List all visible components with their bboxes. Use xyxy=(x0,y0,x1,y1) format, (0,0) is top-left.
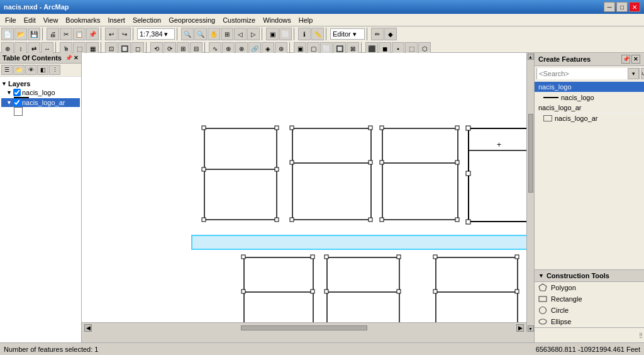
toc-checkbox-nacis[interactable] xyxy=(13,89,21,96)
next-extent-btn[interactable]: ▷ xyxy=(247,28,260,40)
cf-pin-btn[interactable]: 📌 xyxy=(621,55,630,64)
sep5 xyxy=(262,28,264,40)
cf-layer-nacis-logo-ar-sub[interactable]: nacis_logo_ar xyxy=(535,113,644,123)
ct-polygon-item[interactable]: Polygon xyxy=(535,282,644,293)
map-svg: + xyxy=(82,53,534,332)
editor-dropdown[interactable]: Editor ▾ xyxy=(330,28,365,40)
toolbar-area: 📄 📂 💾 🖨 ✂ 📋 📌 ↩ ↪ 1:7,384 ▾ 🔍 🔍 ✋ ⊞ ◁ ▷ … xyxy=(0,26,644,53)
ct-ellipse-item[interactable]: Ellipse xyxy=(535,316,644,327)
ct-circle-item[interactable]: Circle xyxy=(535,305,644,316)
svg-rect-0 xyxy=(204,128,277,220)
toc-layer-nacis-ar-label: nacis_logo_ar xyxy=(22,99,65,106)
minimize-button[interactable]: ─ xyxy=(604,2,615,12)
horizontal-scrollbar[interactable]: ◀ ▶ xyxy=(82,322,526,332)
cf-layer-nacis-logo-ar[interactable]: nacis_logo_ar xyxy=(535,103,644,113)
scroll-left-btn[interactable]: ◀ xyxy=(84,324,92,332)
vertical-scrollbar[interactable]: ▲ ▼ xyxy=(526,53,534,332)
undo-btn[interactable]: ↩ xyxy=(105,28,118,40)
cf-close-btn[interactable]: ✕ xyxy=(631,55,640,64)
toc-layers-group: ▼ Layers ▼ nacis_logo ▼ nacis_logo_ar xyxy=(1,79,80,116)
sketch-btn[interactable]: ✏ xyxy=(371,28,384,40)
svg-rect-12 xyxy=(290,218,294,222)
close-button[interactable]: ✕ xyxy=(629,2,640,12)
toc-list-btn[interactable]: ☰ xyxy=(1,65,13,75)
new-btn[interactable]: 📄 xyxy=(1,28,14,40)
scroll-right-btn[interactable]: ▶ xyxy=(516,324,524,332)
redo-btn[interactable]: ↪ xyxy=(118,28,131,40)
scroll-track-h[interactable] xyxy=(94,325,514,330)
menu-file[interactable]: File xyxy=(1,15,20,25)
menu-customize[interactable]: Customize xyxy=(219,15,259,25)
toc-checkbox-nacis-ar[interactable] xyxy=(13,99,21,106)
menu-bookmarks[interactable]: Bookmarks xyxy=(62,15,104,25)
svg-rect-6 xyxy=(202,167,206,171)
map-area[interactable]: + xyxy=(82,53,534,342)
toc-options-btn[interactable]: ⋮ xyxy=(49,65,60,75)
menu-geoprocessing[interactable]: Geoprocessing xyxy=(165,15,219,25)
ct-resize-handle[interactable]: ⣿ xyxy=(535,327,644,342)
ct-expand-icon[interactable]: ▼ xyxy=(538,273,544,279)
toc-expand-nacis-ar[interactable]: ▼ xyxy=(6,99,12,106)
cf-refresh-btn[interactable]: ↺ xyxy=(641,68,644,79)
window-controls: ─ □ ✕ xyxy=(604,2,640,12)
toc-visibility-btn[interactable]: 👁 xyxy=(25,65,36,75)
scroll-thumb-v[interactable] xyxy=(528,114,533,193)
clear-select-btn[interactable]: ⬜ xyxy=(279,28,292,40)
svg-rect-18 xyxy=(380,126,384,130)
ct-rectangle-item[interactable]: Rectangle xyxy=(535,293,644,305)
toc-selection-btn[interactable]: ◧ xyxy=(37,65,48,75)
measure-btn[interactable]: 📏 xyxy=(311,28,324,40)
copy-btn[interactable]: 📋 xyxy=(73,28,86,40)
menu-help[interactable]: Help xyxy=(295,15,317,25)
cursor-crosshair: + xyxy=(497,140,501,149)
zoom-in-btn[interactable]: 🔍 xyxy=(181,28,194,40)
toc-expand-nacis[interactable]: ▼ xyxy=(6,89,12,96)
toc-layer-nacis-logo-ar[interactable]: ▼ nacis_logo_ar xyxy=(1,98,80,107)
scroll-track-v[interactable] xyxy=(528,61,533,324)
zoom-value[interactable]: 1:7,384 ▾ xyxy=(137,28,175,40)
svg-marker-57 xyxy=(539,284,547,291)
zoom-out-btn[interactable]: 🔍 xyxy=(194,28,207,40)
maximize-button[interactable]: □ xyxy=(616,2,628,12)
scroll-down-btn[interactable]: ▼ xyxy=(528,325,534,332)
menu-view[interactable]: View xyxy=(40,15,62,25)
scroll-thumb-h[interactable] xyxy=(241,325,367,330)
identify-btn[interactable]: ℹ xyxy=(298,28,311,40)
full-extent-btn[interactable]: ⊞ xyxy=(221,28,233,40)
svg-rect-2 xyxy=(202,126,206,130)
svg-rect-26 xyxy=(466,126,470,130)
toc-layer-nacis-logo[interactable]: ▼ nacis_logo xyxy=(1,88,80,97)
svg-rect-56 xyxy=(515,290,519,293)
create-features-panel: Create Features 📌 ✕ ▾ ↺ ⋮ nacis_logo nac… xyxy=(534,53,644,342)
menu-windows[interactable]: Windows xyxy=(259,15,295,25)
cf-search-go-btn[interactable]: ▾ xyxy=(628,68,639,79)
toc-source-btn[interactable]: 📁 xyxy=(13,65,25,75)
print-btn[interactable]: 🖨 xyxy=(47,28,59,40)
open-btn[interactable]: 📂 xyxy=(14,28,27,40)
ct-circle-label: Circle xyxy=(551,307,569,314)
cf-search-container: ▾ xyxy=(536,68,640,79)
cut-btn[interactable]: ✂ xyxy=(60,28,72,40)
cf-search-input[interactable] xyxy=(537,68,628,79)
svg-rect-55 xyxy=(433,290,437,293)
svg-rect-39 xyxy=(242,290,245,293)
menu-edit[interactable]: Edit xyxy=(20,15,40,25)
circle-icon xyxy=(538,306,547,315)
toc-pin-btn[interactable]: 📌 xyxy=(65,55,72,61)
svg-rect-23 xyxy=(455,161,459,164)
pan-btn[interactable]: ✋ xyxy=(208,28,220,40)
scroll-up-btn[interactable]: ▲ xyxy=(528,54,534,60)
select-btn[interactable]: ▣ xyxy=(266,28,279,40)
menu-insert[interactable]: Insert xyxy=(104,15,129,25)
prev-extent-btn[interactable]: ◁ xyxy=(234,28,247,40)
ct-ellipse-label: Ellipse xyxy=(551,318,571,325)
menu-selection[interactable]: Selection xyxy=(129,15,165,25)
map-canvas[interactable]: + xyxy=(82,53,534,332)
edit-vertices-btn[interactable]: ◆ xyxy=(384,28,397,40)
save-btn[interactable]: 💾 xyxy=(28,28,40,40)
cf-layer-nacis-logo-sub[interactable]: nacis_logo xyxy=(535,93,644,103)
paste-btn[interactable]: 📌 xyxy=(86,28,99,40)
cf-layer-nacis-logo[interactable]: nacis_logo xyxy=(535,82,644,93)
toc-expand-icon[interactable]: ▼ xyxy=(1,81,7,87)
toc-close-btn[interactable]: ✕ xyxy=(74,55,79,61)
